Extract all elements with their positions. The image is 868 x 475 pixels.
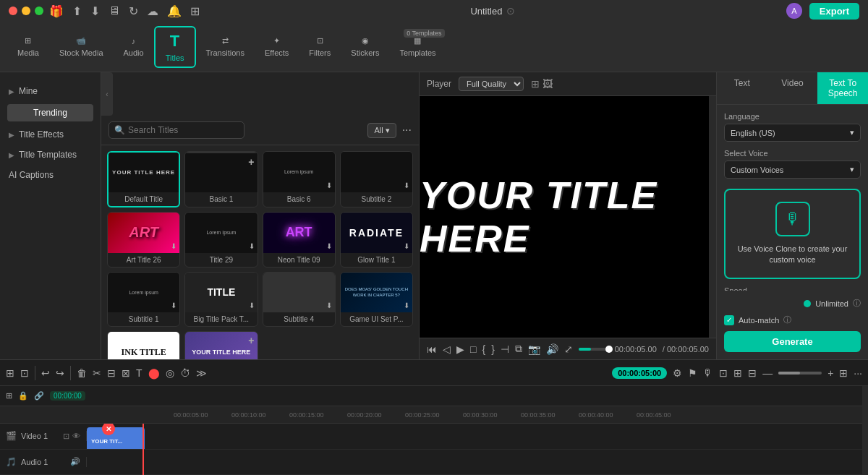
mic-icon[interactable]: 🎙 — [703, 367, 713, 379]
more-options-icon[interactable]: ··· — [402, 124, 412, 137]
settings-icon[interactable]: ⚙ — [673, 367, 682, 379]
device-icon[interactable]: 🖥 — [109, 4, 120, 17]
title-card-gameui[interactable]: DOES MOAS' GOLDEN TOUCH WORK IN CHAPTER … — [340, 272, 413, 328]
toolbar-item-titles[interactable]: T Titles — [154, 26, 196, 68]
bracket-left-icon[interactable]: { — [482, 343, 485, 355]
search-input[interactable] — [109, 121, 244, 139]
title-card-basic6[interactable]: Lorem ipsum ⬇ Basic 6 — [263, 151, 336, 207]
preview-timeline-bar[interactable] — [579, 348, 609, 351]
redo-icon[interactable]: ↪ — [56, 367, 64, 379]
title-card-subtitle2[interactable]: ⬇ Subtitle 2 — [340, 151, 413, 207]
title-card-glow1[interactable]: RADIATE ⬇ Glow Title 1 — [340, 212, 413, 268]
title-card-default[interactable]: YOUR TITLE HERE Default Title — [107, 151, 180, 207]
toolbar-item-effects[interactable]: ✦ Effects — [255, 32, 299, 61]
zoom-out-icon[interactable]: — — [762, 367, 773, 379]
voiceover-icon[interactable]: ⊟ — [748, 367, 757, 379]
avatar-icon[interactable]: A — [786, 3, 802, 19]
video-track-record-icon[interactable]: ⊡ — [63, 432, 69, 441]
quality-select[interactable]: Full Quality — [459, 77, 524, 91]
image-icon[interactable]: 🖼 — [542, 78, 553, 90]
record-icon[interactable]: ⬤ — [148, 367, 160, 379]
speed-tool-icon[interactable]: ⏱ — [180, 367, 190, 379]
tab-video[interactable]: Video — [767, 72, 818, 104]
undo-icon[interactable]: ↩ — [41, 367, 50, 379]
minimize-button[interactable] — [22, 7, 30, 15]
timeline-scrollbar[interactable] — [862, 386, 868, 475]
link-icon[interactable]: 🔗 — [34, 391, 44, 401]
title-card-title29[interactable]: Lorem Ipsum ⬇ Title 29 — [184, 212, 258, 268]
toolbar-item-media[interactable]: ⊞ Media — [7, 32, 49, 61]
sidebar-item-title-effects[interactable]: ▶ Title Effects — [0, 124, 101, 145]
sidebar-item-title-templates[interactable]: ▶ Title Templates — [0, 145, 101, 165]
sidebar-item-ai-captions[interactable]: AI Captions — [0, 165, 101, 185]
cloud-icon[interactable]: ☁ — [147, 4, 158, 18]
title-card-neon09[interactable]: ART ⬇ Neon Title 09 — [263, 212, 336, 268]
trash-icon[interactable]: 🗑 — [77, 367, 87, 379]
grid-view-icon[interactable]: ⊞ — [531, 78, 540, 90]
preview-side-scrollbar[interactable] — [709, 96, 716, 338]
export-button[interactable]: Export — [809, 3, 859, 20]
detach-icon[interactable]: ⊠ — [122, 367, 130, 379]
collapse-button[interactable]: ‹ — [101, 72, 113, 116]
title-card-ink[interactable]: INK TITLE ⬇ — [107, 331, 180, 359]
bell-icon[interactable]: 🔔 — [167, 4, 182, 18]
mask-icon[interactable]: ◎ — [166, 367, 174, 379]
volume-icon[interactable]: 🔊 — [546, 343, 558, 355]
camera-icon[interactable]: 📷 — [528, 343, 540, 355]
title-card-yourtitle[interactable]: YOUR TITLE HERE ⬇ + — [184, 331, 258, 359]
toolbar-item-templates[interactable]: ▦ Templates 0 Templates — [389, 32, 446, 61]
language-dropdown[interactable]: English (US) ▾ — [724, 124, 861, 142]
auto-match-checkbox[interactable]: ✓ — [724, 315, 734, 325]
frame-back-icon[interactable]: ◁ — [443, 343, 451, 355]
screen-icon[interactable]: ⧉ — [515, 343, 522, 355]
share-icon[interactable]: ⬆ — [72, 4, 82, 18]
refresh-icon[interactable]: ↻ — [129, 4, 138, 18]
maximize-button[interactable] — [35, 7, 43, 15]
title-card-basic1[interactable]: + Basic 1 — [184, 151, 258, 207]
tab-text[interactable]: Text — [717, 72, 767, 104]
fullscreen-icon[interactable]: ⤢ — [564, 343, 573, 355]
zoom-in-icon[interactable]: + — [827, 367, 833, 379]
gift-icon[interactable]: 🎁 — [49, 4, 64, 18]
skip-back-icon[interactable]: ⏮ — [427, 343, 437, 355]
title-card-subtitle1[interactable]: Lorem ipsum ⬇ Subtitle 1 — [107, 272, 180, 328]
more-icon[interactable]: ··· — [854, 367, 862, 379]
subtitle-icon[interactable]: ⊞ — [733, 367, 742, 379]
title-card-bigtitle[interactable]: TITLE ⬇ Big Title Pack T... — [184, 272, 258, 328]
download-icon[interactable]: ⬇ — [90, 4, 100, 18]
grid-icon[interactable]: ⊞ — [190, 4, 200, 18]
lock-icon[interactable]: 🔒 — [18, 391, 28, 401]
audio-track-vol-icon[interactable]: 🔊 — [70, 457, 80, 466]
voice-dropdown[interactable]: Custom Voices ▾ — [724, 161, 861, 179]
trending-button[interactable]: Trending — [7, 104, 93, 121]
crop-icon[interactable]: ⊟ — [107, 367, 116, 379]
toolbar-item-stickers[interactable]: ◉ Stickers — [341, 32, 389, 61]
toolbar-item-transitions[interactable]: ⇄ Transitions — [196, 32, 255, 61]
all-filter-button[interactable]: All ▾ — [367, 123, 396, 138]
split-icon-mini[interactable]: ⊞ — [6, 391, 12, 401]
stop-icon[interactable]: □ — [470, 343, 476, 355]
flag-icon[interactable]: ⚑ — [688, 367, 697, 379]
cut-icon[interactable]: ✂ — [93, 367, 101, 379]
layout-icon[interactable]: ⊞ — [839, 367, 848, 379]
bracket-right-icon[interactable]: } — [491, 343, 495, 355]
play-icon[interactable]: ▶ — [456, 343, 464, 355]
captions-icon[interactable]: ⊡ — [719, 367, 728, 379]
zoom-slider[interactable] — [778, 372, 822, 375]
split-tool-icon[interactable]: ⊞ — [6, 367, 14, 379]
tab-tts[interactable]: Text To Speech — [817, 72, 868, 104]
text-icon[interactable]: T — [136, 367, 142, 379]
title-card-subtitle4[interactable]: ⬇ Subtitle 4 — [263, 272, 336, 328]
sidebar-item-mine[interactable]: ▶ Mine — [0, 81, 101, 101]
toolbar-item-stock[interactable]: 📹 Stock Media — [49, 32, 114, 61]
more-tools-icon[interactable]: ≫ — [196, 367, 207, 379]
split-icon[interactable]: ⊣ — [501, 343, 509, 355]
magnet-icon[interactable]: ⊡ — [20, 367, 29, 379]
toolbar-item-filters[interactable]: ⊡ Filters — [299, 32, 341, 61]
generate-button[interactable]: Generate — [724, 331, 861, 352]
video-clip-title[interactable]: YOUR TIT... — [87, 427, 145, 449]
close-button[interactable] — [9, 7, 17, 15]
toolbar-item-audio[interactable]: ♪ Audio — [114, 33, 154, 61]
video-track-eye-icon[interactable]: 👁 — [72, 432, 80, 441]
title-card-art26[interactable]: ART ⬇ Art Title 26 — [107, 212, 180, 268]
